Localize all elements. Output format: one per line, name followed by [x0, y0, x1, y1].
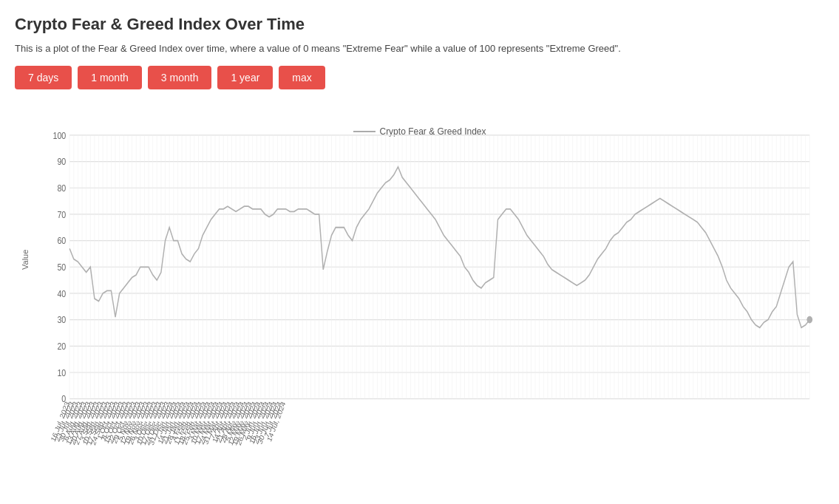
- y-axis-label: Value: [21, 126, 30, 392]
- svg-text:80: 80: [57, 183, 66, 194]
- time-range-buttons: 7 days 1 month 3 month 1 year max: [15, 66, 824, 89]
- svg-text:30: 30: [57, 314, 66, 325]
- svg-text:100: 100: [52, 130, 66, 141]
- chart-container: Crypto Fear & Greed Index Value 01020304…: [15, 104, 824, 452]
- btn-1year[interactable]: 1 year: [217, 66, 273, 89]
- page-description: This is a plot of the Fear & Greed Index…: [15, 43, 824, 54]
- svg-text:10: 10: [57, 367, 66, 378]
- svg-text:40: 40: [57, 288, 66, 299]
- btn-max[interactable]: max: [279, 66, 325, 89]
- svg-text:50: 50: [57, 262, 66, 273]
- svg-text:60: 60: [57, 235, 66, 246]
- svg-text:20: 20: [57, 341, 66, 352]
- btn-3month[interactable]: 3 month: [148, 66, 212, 89]
- svg-point-254: [806, 316, 812, 324]
- page-title: Crypto Fear & Greed Index Over Time: [15, 15, 824, 34]
- svg-text:90: 90: [57, 156, 66, 167]
- chart-svg: 0102030405060708090100 16 Jul, 202323 Ju…: [48, 126, 817, 452]
- btn-7days[interactable]: 7 days: [15, 66, 72, 89]
- btn-1month[interactable]: 1 month: [78, 66, 142, 89]
- svg-text:70: 70: [57, 209, 66, 220]
